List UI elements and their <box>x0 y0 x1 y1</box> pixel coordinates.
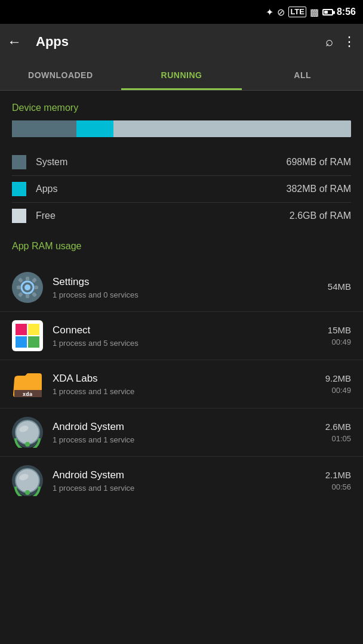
legend-row-apps: Apps 382MB of RAM <box>12 176 351 203</box>
connect-icon-svg <box>12 320 43 351</box>
tab-running[interactable]: RUNNING <box>121 60 242 90</box>
android1-app-time: 01:05 <box>325 434 351 443</box>
connect-app-info: Connect 1 process and 5 services <box>53 324 328 348</box>
android2-app-sub: 1 process and 1 service <box>53 484 325 493</box>
android1-icon-svg <box>12 417 43 448</box>
xda-app-icon: xda <box>12 369 43 400</box>
memory-bar-apps <box>76 120 113 137</box>
xda-app-info: XDA Labs 1 process and 1 service <box>53 373 325 396</box>
connect-app-sub: 1 process and 5 services <box>53 339 328 348</box>
legend-label-system: System <box>36 157 287 168</box>
android2-app-info: Android System 1 process and 1 service <box>53 469 325 493</box>
android1-app-name: Android System <box>53 421 325 433</box>
back-button[interactable]: ← <box>7 33 21 50</box>
legend-value-system: 698MB of RAM <box>287 157 351 168</box>
xda-icon-svg: xda <box>12 369 43 400</box>
more-options-button[interactable]: ⋮ <box>343 34 356 49</box>
svg-rect-15 <box>28 336 39 348</box>
android2-app-stats: 2.1MB 00:56 <box>325 470 351 491</box>
android1-app-size: 2.6MB <box>325 422 351 432</box>
connect-app-stats: 15MB 00:49 <box>328 325 351 346</box>
status-icons: ✦ ⊘ LTE ▩ 8:56 <box>266 7 356 18</box>
toolbar: ← Apps ⌕ ⋮ <box>0 24 363 60</box>
settings-icon-svg <box>12 272 43 303</box>
memory-legend: System 698MB of RAM Apps 382MB of RAM Fr… <box>0 149 363 229</box>
android1-app-icon <box>12 417 43 448</box>
connect-app-icon <box>12 320 43 351</box>
android2-app-time: 00:56 <box>325 482 351 491</box>
svg-rect-6 <box>34 286 38 289</box>
app-ram-section: App RAM usage <box>0 229 363 504</box>
settings-app-icon <box>12 272 43 303</box>
settings-app-info: Settings 1 process and 0 services <box>53 276 328 299</box>
legend-color-free <box>12 209 26 223</box>
content-area: Device memory System 698MB of RAM Apps 3… <box>0 91 363 644</box>
page-title: Apps <box>36 34 316 49</box>
tab-bar: DOWNLOADED RUNNING ALL <box>0 60 363 91</box>
svg-rect-12 <box>16 324 27 335</box>
xda-app-time: 00:49 <box>325 386 351 395</box>
android2-app-size: 2.1MB <box>325 470 351 480</box>
list-item[interactable]: Connect 1 process and 5 services 15MB 00… <box>0 312 363 360</box>
app-list: Settings 1 process and 0 services 54MB <box>0 264 363 504</box>
memory-bar-free <box>113 120 351 137</box>
legend-value-apps: 382MB of RAM <box>287 184 351 194</box>
settings-app-size: 54MB <box>328 281 351 292</box>
xda-app-name: XDA Labs <box>53 373 325 385</box>
legend-color-system <box>12 155 26 169</box>
legend-row-free: Free 2.6GB of RAM <box>12 203 351 229</box>
xda-app-size: 9.2MB <box>325 373 351 383</box>
app-ram-title: App RAM usage <box>0 229 363 259</box>
list-item[interactable]: xda XDA Labs 1 process and 1 service 9.2… <box>0 360 363 408</box>
svg-rect-13 <box>28 324 39 335</box>
android2-app-name: Android System <box>53 469 325 481</box>
svg-point-2 <box>24 284 30 290</box>
battery-icon <box>322 7 333 17</box>
svg-point-23 <box>25 442 30 447</box>
android1-app-sub: 1 process and 1 service <box>53 435 325 444</box>
list-item[interactable]: Android System 1 process and 1 service 2… <box>0 408 363 457</box>
memory-bar <box>12 120 351 137</box>
xda-app-sub: 1 process and 1 service <box>53 387 325 396</box>
settings-app-sub: 1 process and 0 services <box>53 290 328 299</box>
legend-label-free: Free <box>36 210 290 221</box>
svg-rect-4 <box>26 294 29 298</box>
connect-app-time: 00:49 <box>328 338 351 346</box>
connect-app-name: Connect <box>53 324 328 336</box>
memory-bar-system <box>12 120 76 137</box>
settings-app-name: Settings <box>53 276 328 288</box>
clock: 8:56 <box>337 7 356 17</box>
android1-app-info: Android System 1 process and 1 service <box>53 421 325 444</box>
settings-app-stats: 54MB <box>328 281 351 294</box>
svg-rect-14 <box>16 336 27 348</box>
lte-icon: LTE <box>288 7 306 17</box>
device-memory-title: Device memory <box>0 91 363 120</box>
android2-app-icon <box>12 465 43 496</box>
tab-downloaded[interactable]: DOWNLOADED <box>0 60 121 90</box>
device-memory-section: Device memory System 698MB of RAM Apps 3… <box>0 91 363 229</box>
dnd-icon: ⊘ <box>277 7 285 18</box>
connect-app-size: 15MB <box>328 325 351 335</box>
tab-all[interactable]: ALL <box>242 60 363 90</box>
svg-text:xda: xda <box>23 391 32 397</box>
search-button[interactable]: ⌕ <box>325 34 333 49</box>
list-item[interactable]: Android System 1 process and 1 service 2… <box>0 457 363 504</box>
legend-row-system: System 698MB of RAM <box>12 149 351 176</box>
svg-rect-5 <box>17 286 21 289</box>
svg-point-28 <box>25 490 30 495</box>
status-bar: ✦ ⊘ LTE ▩ 8:56 <box>0 0 363 24</box>
legend-value-free: 2.6GB of RAM <box>290 210 351 221</box>
svg-rect-3 <box>26 277 29 281</box>
legend-color-apps <box>12 182 26 196</box>
android1-app-stats: 2.6MB 01:05 <box>325 422 351 443</box>
xda-app-stats: 9.2MB 00:49 <box>325 373 351 395</box>
signal-icon: ▩ <box>310 7 319 18</box>
legend-label-apps: Apps <box>36 184 287 194</box>
android2-icon-svg <box>12 465 43 496</box>
bluetooth-icon: ✦ <box>266 7 273 18</box>
list-item[interactable]: Settings 1 process and 0 services 54MB <box>0 264 363 312</box>
